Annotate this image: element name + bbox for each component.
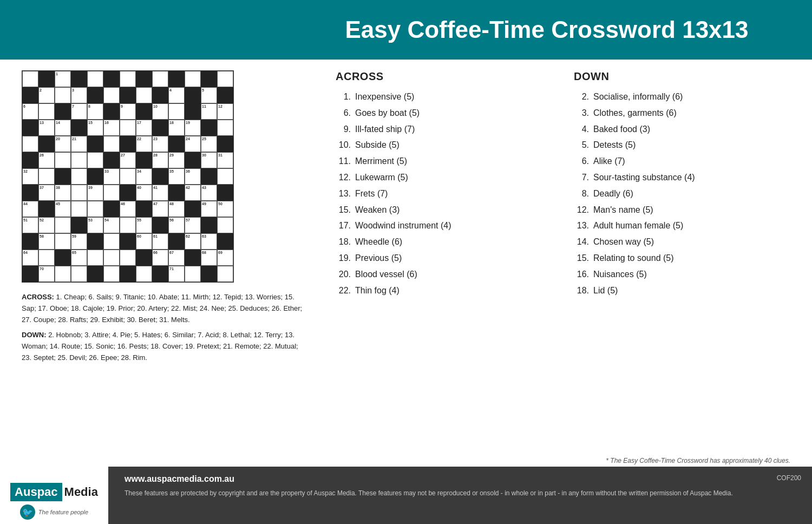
grid-cell-7-5[interactable] [103, 185, 120, 201]
grid-cell-9-12[interactable] [217, 217, 233, 233]
grid-cell-6-12[interactable] [217, 168, 233, 185]
grid-cell-12-7[interactable] [136, 266, 152, 282]
grid-cell-11-9[interactable]: 67 [168, 250, 185, 266]
grid-cell-6-10[interactable]: 36 [185, 168, 201, 185]
grid-cell-2-12[interactable]: 12 [217, 103, 233, 120]
grid-cell-0-8[interactable] [152, 71, 168, 87]
grid-cell-3-4[interactable]: 15 [87, 120, 103, 136]
grid-cell-10-8[interactable]: 61 [152, 233, 168, 250]
grid-cell-10-3[interactable]: 59 [71, 233, 87, 250]
grid-cell-5-12[interactable]: 31 [217, 152, 233, 168]
grid-cell-7-1[interactable]: 37 [38, 185, 55, 201]
grid-cell-8-12[interactable]: 50 [217, 201, 233, 217]
grid-cell-1-1[interactable]: 2 [38, 87, 55, 103]
grid-cell-6-9[interactable]: 35 [168, 168, 185, 185]
grid-cell-12-3[interactable] [71, 266, 87, 282]
grid-cell-11-4[interactable] [87, 250, 103, 266]
grid-cell-9-10[interactable]: 57 [185, 217, 201, 233]
grid-cell-7-2[interactable]: 38 [55, 185, 71, 201]
grid-cell-1-11[interactable]: 5 [201, 87, 217, 103]
grid-cell-10-7[interactable]: 60 [136, 233, 152, 250]
grid-cell-6-0[interactable]: 32 [22, 168, 38, 185]
grid-cell-10-10[interactable]: 62 [185, 233, 201, 250]
grid-cell-11-3[interactable]: 65 [71, 250, 87, 266]
grid-cell-7-3[interactable] [71, 185, 87, 201]
grid-cell-2-9[interactable] [168, 103, 185, 120]
grid-cell-1-2[interactable] [55, 87, 71, 103]
grid-cell-5-6[interactable]: 27 [120, 152, 136, 168]
grid-cell-4-11[interactable]: 25 [201, 136, 217, 152]
grid-cell-1-9[interactable]: 4 [168, 87, 185, 103]
grid-cell-9-4[interactable]: 53 [87, 217, 103, 233]
grid-cell-9-5[interactable]: 54 [103, 217, 120, 233]
grid-cell-2-0[interactable]: 6 [22, 103, 38, 120]
grid-cell-11-12[interactable]: 69 [217, 250, 233, 266]
grid-cell-4-3[interactable]: 21 [71, 136, 87, 152]
grid-cell-5-9[interactable]: 29 [168, 152, 185, 168]
grid-cell-3-9[interactable]: 18 [168, 120, 185, 136]
grid-cell-0-6[interactable] [120, 71, 136, 87]
grid-cell-3-7[interactable]: 17 [136, 120, 152, 136]
grid-cell-6-5[interactable]: 33 [103, 168, 120, 185]
grid-cell-8-0[interactable]: 44 [22, 201, 38, 217]
grid-cell-6-6[interactable] [120, 168, 136, 185]
grid-cell-3-6[interactable] [120, 120, 136, 136]
grid-cell-9-6[interactable] [120, 217, 136, 233]
grid-cell-8-2[interactable]: 45 [55, 201, 71, 217]
grid-cell-12-1[interactable]: 70 [38, 266, 55, 282]
grid-cell-9-2[interactable] [55, 217, 71, 233]
grid-cell-0-12[interactable] [217, 71, 233, 87]
grid-cell-5-4[interactable] [87, 152, 103, 168]
grid-cell-5-1[interactable]: 26 [38, 152, 55, 168]
grid-cell-2-1[interactable] [38, 103, 55, 120]
grid-cell-4-8[interactable]: 23 [152, 136, 168, 152]
grid-cell-1-5[interactable] [103, 87, 120, 103]
grid-cell-2-11[interactable]: 11 [201, 103, 217, 120]
grid-cell-3-12[interactable] [217, 120, 233, 136]
grid-cell-3-10[interactable]: 19 [185, 120, 201, 136]
grid-cell-0-10[interactable] [185, 71, 201, 87]
grid-cell-9-9[interactable]: 56 [168, 217, 185, 233]
grid-cell-7-10[interactable]: 42 [185, 185, 201, 201]
grid-cell-2-3[interactable]: 7 [71, 103, 87, 120]
grid-cell-9-1[interactable]: 52 [38, 217, 55, 233]
grid-cell-5-11[interactable]: 30 [201, 152, 217, 168]
grid-cell-8-6[interactable]: 46 [120, 201, 136, 217]
grid-cell-7-7[interactable]: 40 [136, 185, 152, 201]
grid-cell-10-1[interactable]: 58 [38, 233, 55, 250]
grid-cell-10-5[interactable] [103, 233, 120, 250]
grid-cell-11-6[interactable] [120, 250, 136, 266]
grid-cell-3-2[interactable]: 14 [55, 120, 71, 136]
grid-cell-11-8[interactable]: 66 [152, 250, 168, 266]
grid-cell-12-9[interactable]: 71 [168, 266, 185, 282]
grid-cell-12-2[interactable] [55, 266, 71, 282]
grid-cell-2-4[interactable]: 8 [87, 103, 103, 120]
grid-cell-0-4[interactable] [87, 71, 103, 87]
grid-cell-7-11[interactable]: 43 [201, 185, 217, 201]
footer-url[interactable]: www.auspacmedia.com.au [125, 474, 761, 484]
grid-cell-11-5[interactable] [103, 250, 120, 266]
grid-cell-4-0[interactable] [22, 136, 38, 152]
grid-cell-3-5[interactable]: 16 [103, 120, 120, 136]
grid-cell-0-0[interactable] [22, 71, 38, 87]
grid-cell-8-4[interactable] [87, 201, 103, 217]
grid-cell-11-0[interactable]: 64 [22, 250, 38, 266]
grid-cell-12-12[interactable] [217, 266, 233, 282]
grid-cell-4-2[interactable]: 20 [55, 136, 71, 152]
grid-cell-9-7[interactable]: 55 [136, 217, 152, 233]
grid-cell-5-8[interactable]: 28 [152, 152, 168, 168]
grid-cell-0-2[interactable]: 1 [55, 71, 71, 87]
grid-cell-6-1[interactable] [38, 168, 55, 185]
grid-cell-7-8[interactable]: 41 [152, 185, 168, 201]
grid-cell-11-1[interactable] [38, 250, 55, 266]
grid-cell-4-7[interactable]: 22 [136, 136, 152, 152]
grid-cell-2-6[interactable]: 9 [120, 103, 136, 120]
grid-cell-4-10[interactable]: 24 [185, 136, 201, 152]
grid-cell-9-0[interactable]: 51 [22, 217, 38, 233]
grid-cell-11-11[interactable]: 68 [201, 250, 217, 266]
grid-cell-5-2[interactable] [55, 152, 71, 168]
grid-cell-12-10[interactable] [185, 266, 201, 282]
grid-cell-8-11[interactable]: 49 [201, 201, 217, 217]
grid-cell-1-7[interactable] [136, 87, 152, 103]
grid-cell-8-3[interactable] [71, 201, 87, 217]
